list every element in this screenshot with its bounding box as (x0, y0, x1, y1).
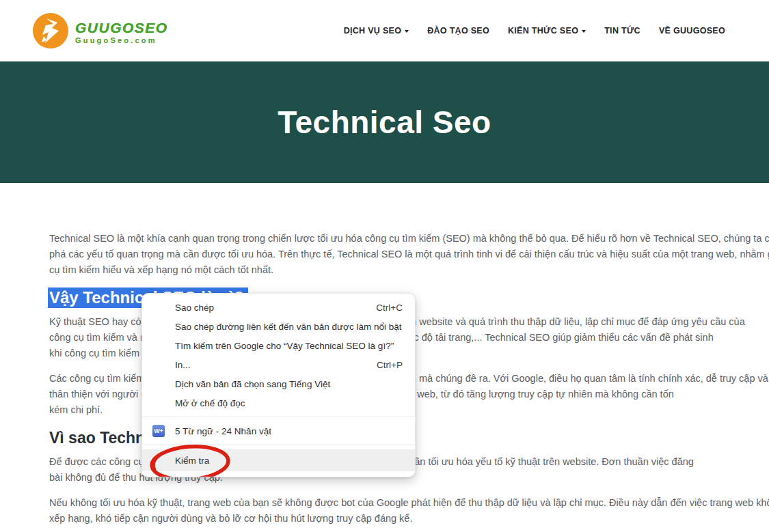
nav-item-label: ĐÀO TẠO SEO (427, 26, 489, 36)
menu-separator (142, 445, 415, 445)
menu-item-print[interactable]: In... Ctrl+P (142, 355, 415, 374)
menu-item-reader-mode[interactable]: Mở ở chế độ đọc (142, 393, 415, 412)
context-menu: Sao chép Ctrl+C Sao chép đường liên kết … (141, 293, 416, 477)
nav-item-dao-tao-seo[interactable]: ĐÀO TẠO SEO (427, 26, 489, 36)
hero-banner: Technical Seo (0, 61, 769, 183)
text-line: phá các yếu tố quan trọng mà cần được tố… (49, 247, 718, 262)
menu-item-copy-highlight-link[interactable]: Sao chép đường liên kết đến văn bản được… (142, 317, 415, 336)
nav-item-tin-tuc[interactable]: TIN TỨC (604, 26, 640, 36)
brand-text: GUUGOSEO GuugoSeo.com (75, 20, 168, 44)
menu-item-word-counter[interactable]: W+ 5 Từ ngữ - 24 Nhân vật (142, 421, 415, 440)
site-header: GUUGOSEO GuugoSeo.com DỊCH VỤ SEO ĐÀO TẠ… (0, 0, 769, 61)
menu-item-label: Sao chép đường liên kết đến văn bản được… (175, 322, 402, 332)
text-line: xếp hạng, khó tiếp cận người dùng và bỏ … (49, 511, 718, 527)
brand-logo[interactable]: GUUGOSEO GuugoSeo.com (33, 13, 168, 48)
menu-item-inspect[interactable]: Kiểm tra (142, 449, 415, 471)
chevron-down-icon (582, 30, 586, 33)
menu-item-label: Dịch văn bản đã chọn sang Tiếng Việt (175, 379, 330, 389)
menu-shortcut: Ctrl+C (376, 303, 403, 313)
menu-item-label: Kiểm tra (175, 456, 209, 466)
nav-item-kien-thuc-seo[interactable]: KIẾN THỨC SEO (508, 26, 586, 36)
intro-paragraph: Technical SEO là một khía cạnh quan trọn… (49, 231, 718, 278)
menu-item-label: Sao chép (175, 303, 214, 313)
brand-name: GUUGOSEO (75, 20, 168, 35)
menu-item-translate[interactable]: Dịch văn bản đã chọn sang Tiếng Việt (142, 374, 415, 393)
menu-item-label: 5 Từ ngữ - 24 Nhân vật (175, 426, 271, 436)
menu-item-label: Mở ở chế độ đọc (175, 398, 245, 408)
nav-item-label: TIN TỨC (604, 26, 640, 36)
menu-item-search-google[interactable]: Tìm kiếm trên Google cho “Vậy Technical … (142, 336, 415, 355)
text-line: Technical SEO là một khía cạnh quan trọn… (49, 231, 718, 247)
word-counter-icon: W+ (152, 425, 165, 437)
logo-rocket-icon (33, 13, 68, 48)
main-nav: DỊCH VỤ SEO ĐÀO TẠO SEO KIẾN THỨC SEO TI… (344, 26, 725, 36)
paragraph: Nếu không tối ưu hóa kỹ thuật, trang web… (49, 495, 718, 527)
text-line: cụ tìm kiếm hiểu và xếp hạng nó một cách… (49, 262, 718, 278)
menu-item-label: In... (175, 360, 191, 370)
menu-item-copy[interactable]: Sao chép Ctrl+C (142, 298, 415, 317)
brand-domain: GuugoSeo.com (75, 37, 168, 44)
menu-item-label: Tìm kiếm trên Google cho “Vậy Technical … (175, 341, 394, 351)
nav-item-label: VỀ GUUGOSEO (659, 26, 725, 36)
text-line: Nếu không tối ưu hóa kỹ thuật, trang web… (49, 495, 718, 511)
nav-item-label: KIẾN THỨC SEO (508, 26, 578, 36)
browser-page: GUUGOSEO GuugoSeo.com DỊCH VỤ SEO ĐÀO TẠ… (0, 0, 769, 532)
nav-item-dich-vu-seo[interactable]: DỊCH VỤ SEO (344, 26, 409, 36)
menu-shortcut: Ctrl+P (377, 360, 403, 370)
nav-item-label: DỊCH VỤ SEO (344, 26, 402, 36)
menu-separator (142, 417, 415, 417)
nav-item-ve-guugoseo[interactable]: VỀ GUUGOSEO (659, 26, 725, 36)
page-title: Technical Seo (278, 104, 491, 141)
chevron-down-icon (405, 30, 409, 33)
